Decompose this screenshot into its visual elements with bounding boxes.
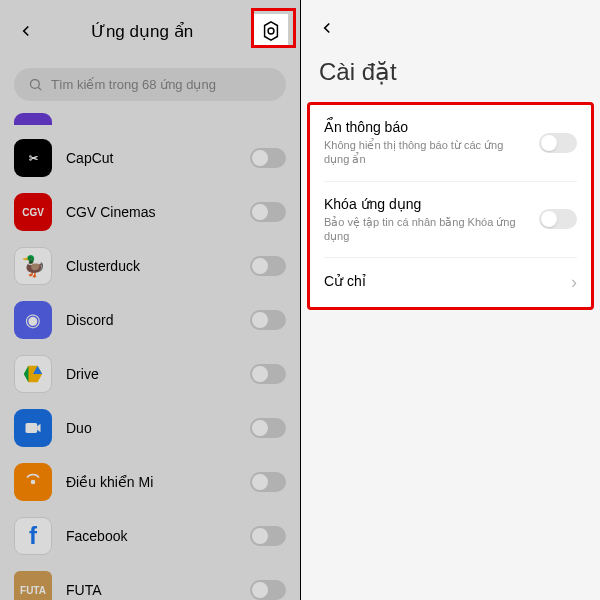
app-toggle[interactable]: [250, 148, 286, 168]
search-placeholder: Tìm kiếm trong 68 ứng dụng: [51, 77, 216, 92]
app-item-duo[interactable]: Duo: [14, 401, 286, 455]
app-toggle[interactable]: [250, 310, 286, 330]
duo-icon: [14, 409, 52, 447]
app-item-mi-remote[interactable]: Điều khiển Mi: [14, 455, 286, 509]
drive-icon: [14, 355, 52, 393]
clusterduck-icon: 🦆: [14, 247, 52, 285]
app-item-facebook[interactable]: f Facebook: [14, 509, 286, 563]
gear-highlight-annotation: [251, 8, 296, 48]
app-item-capcut[interactable]: ✂ CapCut: [14, 131, 286, 185]
app-label: Duo: [66, 420, 250, 436]
app-item-drive[interactable]: Drive: [14, 347, 286, 401]
app-toggle[interactable]: [250, 526, 286, 546]
app-item-cgv[interactable]: CGV CGV Cinemas: [14, 185, 286, 239]
svg-rect-3: [26, 423, 38, 433]
settings-title: Cài đặt: [301, 50, 600, 102]
setting-title: Khóa ứng dụng: [324, 196, 531, 212]
app-toggle[interactable]: [250, 202, 286, 222]
left-title: Ứng dụng ẩn: [30, 21, 254, 42]
back-button[interactable]: [313, 14, 341, 42]
settings-group-highlight: Ẩn thông báo Không hiển thị thông báo từ…: [307, 102, 594, 310]
app-label: Facebook: [66, 528, 250, 544]
app-label: Drive: [66, 366, 250, 382]
toggle-switch[interactable]: [539, 209, 577, 229]
setting-gestures[interactable]: Cử chỉ ›: [324, 258, 577, 307]
app-label: Clusterduck: [66, 258, 250, 274]
app-toggle[interactable]: [250, 364, 286, 384]
toggle-switch[interactable]: [539, 133, 577, 153]
app-toggle[interactable]: [250, 580, 286, 600]
right-header: [301, 0, 600, 50]
facebook-icon: f: [14, 517, 52, 555]
search-input[interactable]: Tìm kiếm trong 68 ứng dụng: [14, 68, 286, 101]
setting-title: Cử chỉ: [324, 273, 571, 289]
hidden-apps-panel: Ứng dụng ẩn Tìm kiếm trong 68 ứng dụng ✂…: [0, 0, 300, 600]
app-label: FUTA: [66, 582, 250, 598]
app-label: CapCut: [66, 150, 250, 166]
svg-point-2: [31, 80, 40, 89]
search-icon: [28, 77, 43, 92]
mi-remote-icon: [14, 463, 52, 501]
app-label: Discord: [66, 312, 250, 328]
app-label: CGV Cinemas: [66, 204, 250, 220]
setting-hide-notifications[interactable]: Ẩn thông báo Không hiển thị thông báo từ…: [324, 105, 577, 182]
svg-point-4: [31, 480, 36, 485]
chevron-right-icon: ›: [571, 272, 577, 293]
setting-desc: Không hiển thị thông báo từ các ứng dụng…: [324, 138, 531, 167]
discord-icon: ◉: [14, 301, 52, 339]
capcut-icon: ✂: [14, 139, 52, 177]
cgv-icon: CGV: [14, 193, 52, 231]
app-toggle[interactable]: [250, 472, 286, 492]
app-item-discord[interactable]: ◉ Discord: [14, 293, 286, 347]
app-toggle[interactable]: [250, 256, 286, 276]
app-list: ✂ CapCut CGV CGV Cinemas 🦆 Clusterduck ◉…: [0, 113, 300, 600]
setting-title: Ẩn thông báo: [324, 119, 531, 135]
setting-app-lock[interactable]: Khóa ứng dụng Bảo vệ tập tin cá nhân bằn…: [324, 182, 577, 259]
app-label: Điều khiển Mi: [66, 474, 250, 490]
futa-icon: FUTA: [14, 571, 52, 600]
settings-panel: Cài đặt Ẩn thông báo Không hiển thị thôn…: [301, 0, 600, 600]
app-item-futa[interactable]: FUTA FUTA: [14, 563, 286, 600]
setting-desc: Bảo vệ tập tin cá nhân bằng Khóa ứng dụn…: [324, 215, 531, 244]
partial-app-top: [14, 113, 286, 125]
app-item-clusterduck[interactable]: 🦆 Clusterduck: [14, 239, 286, 293]
app-toggle[interactable]: [250, 418, 286, 438]
